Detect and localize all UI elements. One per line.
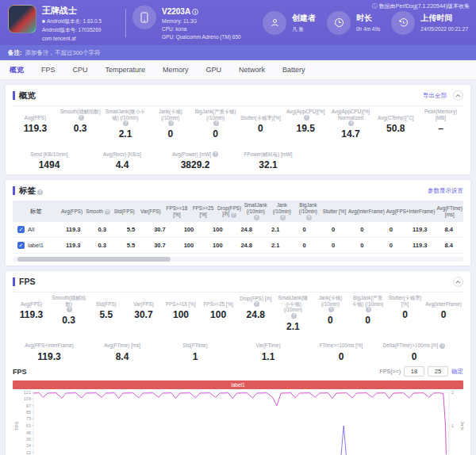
metric-label: Std(FTime) (160, 337, 230, 349)
metric-label-text: Peak(Memory)[MB] (420, 109, 462, 120)
metric-value: 50.8 (374, 123, 416, 134)
metric-label: Peak(Memory)[MB] (420, 109, 462, 120)
metric-value: 0 (240, 123, 282, 134)
cell: 0 (377, 225, 405, 235)
info-icon[interactable]: ? (105, 209, 110, 215)
cell: 119.3 (59, 225, 87, 235)
fps-chart-subtitle: FPS (13, 368, 27, 376)
tab-battery[interactable]: Battery (282, 66, 305, 74)
cell: 119.3 (59, 241, 87, 250)
y-axis-label-right: Jank (460, 421, 465, 430)
threshold-confirm-link[interactable]: 确定 (451, 368, 463, 376)
metric-value: 3829.2 (160, 159, 230, 170)
cell: 0 (347, 241, 376, 250)
row-checkbox[interactable]: ✓ (17, 242, 25, 249)
metric: FPS>=25 [%]100 (200, 295, 237, 332)
metric: Avg(CTemp)[°C]50.8 (373, 109, 418, 140)
info-icon[interactable]: ? (79, 115, 84, 120)
metric-value: 0 (149, 128, 191, 140)
tab-temperature[interactable]: Temperature (106, 66, 146, 74)
info-icon[interactable]: ? (254, 215, 259, 220)
parameter-display-settings-link[interactable]: 参数显示设置 (428, 187, 463, 195)
fps-line-chart[interactable]: 0122436486173859710912101200:0000:1500:3… (13, 389, 465, 455)
info-icon[interactable]: ? (213, 120, 219, 126)
metric-label-text: Std(FTime) (182, 342, 207, 349)
tab-memory[interactable]: Memory (163, 66, 189, 74)
info-icon[interactable]: ? (440, 343, 445, 349)
metric-label-text: Jank(卡顿) (/10min) (313, 295, 347, 307)
metric-value: 0 (194, 128, 236, 140)
column-header: Smooth? (85, 207, 111, 216)
cell: 30.7 (145, 241, 174, 250)
metric-label: Avg(FPS) (14, 109, 56, 120)
metric: Avg(FPS+InterFrame)119.3 (13, 337, 86, 362)
metric-label-text: Jank(卡顿) (/10min) (149, 109, 191, 120)
horizontal-scrollbar-thumb[interactable] (17, 257, 171, 262)
fps-threshold-input-2[interactable] (428, 366, 448, 377)
metric: Jank(卡顿) (/10min)?0 (312, 295, 349, 332)
column-header-text: Avg(FTime) [ms] (436, 205, 463, 217)
overview-collapse-button[interactable] (453, 90, 463, 101)
metric-label: Avg(FTime) [ms] (87, 337, 157, 349)
column-header: Jank (/10min)? (269, 201, 295, 222)
device-model: V2203A (162, 7, 190, 16)
device-info-icon[interactable]: i (192, 9, 198, 15)
duration-info: 时长 0h 4m 49s (327, 11, 380, 35)
table-header-row: 标签Avg(FPS)Smooth?Std(FPS)Var(FPS)FPS>=18… (13, 201, 463, 222)
info-icon[interactable]: ? (328, 307, 334, 312)
cell: 0 (319, 225, 347, 235)
column-header: Std(FPS) (111, 207, 137, 216)
label1-band: label1 (13, 380, 463, 389)
row-name: All (28, 227, 34, 233)
column-header-text: Avg(FPS) (61, 208, 83, 214)
remark-bar[interactable]: 备注: 添加备注，不超过300个字符 (0, 45, 476, 60)
info-icon[interactable]: ? (231, 212, 236, 218)
app-version-code: Android版本号: 17035269 (42, 27, 102, 34)
cell: 0 (377, 241, 405, 250)
metric-label-text: FTime>=100ms [%] (320, 342, 363, 349)
metric-label: Var(FPS) (126, 295, 160, 307)
info-icon[interactable]: ? (280, 215, 286, 220)
metric-label: Std(FPS) (89, 295, 123, 307)
fps-collapse-button[interactable] (453, 277, 463, 287)
metric-value: 0.3 (52, 315, 86, 326)
info-icon[interactable]: ? (366, 307, 371, 312)
metric-label-text: Delta(FTime)>100ms [/h] (383, 342, 439, 349)
info-icon[interactable]: ? (306, 215, 312, 220)
y-axis-tick-left: 73 (26, 416, 31, 421)
info-icon[interactable]: ? (304, 115, 309, 120)
metric: Std(FPS)5.5 (87, 295, 125, 332)
info-icon[interactable]: ? (37, 189, 43, 195)
fps-threshold-input-1[interactable] (404, 366, 424, 377)
metric: FPower(帧耗电) [mW]32.1 (232, 145, 305, 170)
info-icon[interactable]: ? (213, 151, 218, 157)
tab-gpu[interactable]: GPU (206, 66, 222, 74)
cell: 8.4 (434, 241, 463, 250)
section-tabs: 概览FPSCPUTemperatureMemoryGPUNetworkBatte… (0, 60, 476, 80)
metric-value: 2.1 (276, 321, 310, 332)
info-icon[interactable]: ? (168, 120, 174, 126)
metric: Peak(Memory)[MB]– (418, 109, 463, 140)
row-checkbox[interactable]: ✓ (17, 226, 25, 233)
tab-fps[interactable]: FPS (41, 66, 56, 74)
cell: 100 (175, 241, 203, 250)
horizontal-scrollbar[interactable] (13, 257, 463, 262)
person-icon (263, 11, 286, 35)
tab-概览[interactable]: 概览 (10, 65, 24, 75)
metric-label: Smooth(稳帧指数)? (52, 295, 86, 312)
info-icon[interactable]: ? (254, 301, 259, 307)
metric-value: 100 (163, 309, 198, 320)
info-icon[interactable]: ? (291, 313, 297, 319)
metric-label-text: Avg(Power) [mW] (172, 151, 211, 158)
metric-label-text: BigJank(严重卡顿) (/10min) (351, 295, 385, 307)
info-icon[interactable]: ? (67, 307, 72, 312)
metric: Drop(FPS) [/h]?24.8 (237, 295, 274, 332)
tab-network[interactable]: Network (239, 66, 265, 74)
info-icon[interactable]: ? (348, 120, 354, 126)
tab-cpu[interactable]: CPU (73, 66, 88, 74)
export-all-link[interactable]: 导出全部 (423, 92, 447, 100)
info-icon[interactable]: ? (123, 120, 129, 126)
metric: FPS>=18 [%]100 (162, 295, 199, 332)
cell: 5.5 (117, 241, 145, 250)
overview-metrics-row1: Avg(FPS)119.3Smooth(稳帧指数)?0.3SmallJank(微… (13, 109, 463, 140)
